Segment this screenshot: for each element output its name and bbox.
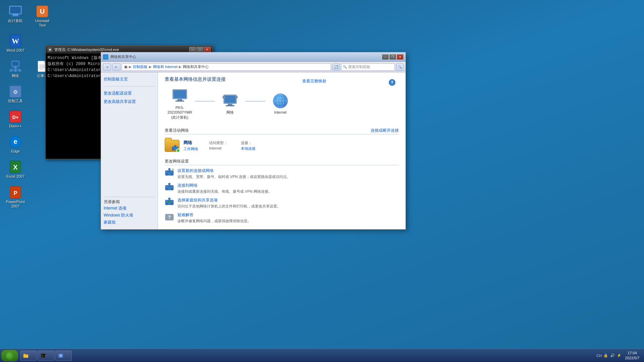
svg-rect-41: [235, 96, 237, 98]
desktop-icon-tools[interactable]: ⚙ 控制工具: [3, 83, 28, 105]
search-icon: 🔍: [343, 65, 347, 69]
desktop-icon-network[interactable]: 网络: [3, 58, 28, 79]
taskbar-settings-icon: ⚙: [58, 353, 63, 358]
computer-label: 此计算机: [8, 19, 23, 23]
taskbar-item-settings[interactable]: ⚙: [55, 351, 72, 361]
active-network-type[interactable]: 工作网络: [183, 146, 198, 152]
troubleshoot-icon: ?: [165, 212, 174, 221]
svg-text:+: +: [172, 168, 174, 171]
start-orb: [6, 352, 14, 360]
taskbar-item-explorer[interactable]: [20, 351, 37, 361]
desktop-icon-computer[interactable]: 此计算机: [3, 3, 28, 29]
action-desc-2: 访问位于其他网络计算机上的文件和打印机，或更改共享设置。: [177, 204, 281, 209]
desktop-icon-excel2007[interactable]: X Excel 2007: [3, 159, 28, 180]
action-desc-1: 连接到或重新连接到无线、有线、拨号或 VPN 网络连接。: [177, 189, 272, 194]
connection-value[interactable]: 本地连接: [241, 146, 256, 151]
change-network-title: 更改网络设置: [165, 159, 189, 164]
network-minimize-btn[interactable]: ─: [382, 54, 389, 60]
desktop-icon-uninstall[interactable]: U Uninstall Tool: [30, 3, 54, 29]
forward-btn[interactable]: ▶: [112, 63, 120, 71]
action-link-3[interactable]: 疑难解答: [177, 212, 251, 218]
search-submit-btn[interactable]: 🔍: [396, 63, 404, 71]
help-btn[interactable]: ?: [389, 79, 395, 86]
uninstall-label: Uninstall Tool: [32, 19, 53, 27]
action-desc-3: 诊断并修复网络问题，或获得故障排除信息。: [177, 219, 251, 224]
network-close-btn[interactable]: ✕: [397, 54, 404, 60]
active-network-folder-icon: [165, 140, 179, 152]
diagram-internet-icon: [272, 93, 289, 109]
search-box: 🔍 搜索控制面板: [341, 63, 395, 71]
tray-volume-icon[interactable]: 🔊: [610, 353, 615, 358]
svg-point-72: [168, 201, 170, 203]
network-titlebar-icon: 🌐: [103, 54, 108, 60]
excel2007-icon: X: [9, 160, 22, 174]
dismgr-icon: D+: [9, 110, 22, 123]
ppt2007-icon: P: [9, 186, 22, 199]
svg-text:⚙: ⚙: [59, 354, 62, 357]
network-main-inner: ? 查看基本网络信息并设置连接: [165, 76, 399, 224]
svg-rect-76: [23, 354, 25, 355]
taskbar-item-cmd[interactable]: C:\: [38, 351, 54, 361]
desktop-icon-dismgr[interactable]: D+ Dism++: [3, 109, 28, 130]
breadcrumb-current: 网络和共享中心: [183, 64, 209, 69]
svg-text:⚙: ⚙: [13, 89, 18, 95]
svg-text:?: ?: [168, 215, 171, 220]
desktop-icon-ppt2007[interactable]: P PowerPoint 2007: [3, 184, 28, 210]
taskbar-items: C:\ ⚙: [20, 351, 594, 361]
tray-power-icon[interactable]: ⚡: [616, 353, 622, 358]
sidebar-adapter-settings[interactable]: 更改适配器设置: [104, 90, 155, 97]
svg-rect-33: [173, 90, 186, 98]
svg-rect-1: [10, 7, 21, 13]
svg-rect-2: [13, 14, 18, 15]
network-sidebar: 控制面板主页 更改适配器设置 更改高级共享设置 另请参阅 Internet 选项…: [101, 72, 158, 229]
access-type-value: Internet: [209, 146, 227, 150]
access-type-label: 访问类型：: [209, 140, 227, 145]
sidebar-windows-firewall[interactable]: Windows 防火墙: [104, 212, 155, 219]
tray-network-icon[interactable]: 🔒: [603, 353, 608, 358]
connect-or-disconnect-link[interactable]: 连接或断开连接: [371, 128, 399, 133]
tray-keyboard-icon[interactable]: CH: [596, 353, 602, 358]
action-link-0[interactable]: 设置新的连接或网络: [177, 168, 290, 174]
diagram-computer-label: PKS-20220507YMR (此计算机): [165, 105, 195, 120]
view-full-map-link[interactable]: 查看完整映射: [302, 78, 326, 84]
svg-rect-9: [12, 62, 18, 66]
breadcrumb-control-panel[interactable]: 控制面板: [133, 64, 148, 69]
desktop-icon-edge[interactable]: e Edge: [3, 134, 28, 155]
sidebar-control-panel-home[interactable]: 控制面板主页: [104, 76, 155, 83]
connect-network-icon: [165, 183, 174, 191]
breadcrumb-network-internet[interactable]: 网络和 Internet: [153, 64, 177, 69]
action-link-2[interactable]: 选择家庭组和共享选项: [177, 197, 281, 203]
svg-text:X: X: [13, 164, 18, 171]
refresh-btn[interactable]: 🔄: [332, 63, 340, 71]
clock[interactable]: 17:04 2022/5/7: [624, 351, 641, 360]
edge-label: Edge: [11, 149, 20, 154]
network-diagram-area: PKS-20220507YMR (此计算机): [165, 88, 399, 126]
svg-point-61: [168, 183, 170, 185]
svg-rect-34: [177, 99, 182, 101]
svg-rect-10: [14, 66, 16, 68]
active-network-item: 网络 工作网络 访问类型： Internet 连接： 本地连接: [165, 137, 399, 155]
tools-label: 控制工具: [8, 99, 23, 103]
sidebar-advanced-sharing[interactable]: 更改高级共享设置: [104, 98, 155, 105]
start-button[interactable]: [1, 350, 18, 361]
cmd-close-btn[interactable]: ✕: [204, 47, 211, 52]
desktop: 此计算机 U Uninstall Tool W Word 2: [0, 0, 644, 362]
cmd-minimize-btn[interactable]: ─: [189, 47, 196, 52]
network-restore-btn[interactable]: ❐: [389, 54, 396, 60]
back-btn[interactable]: ◀: [103, 63, 111, 71]
breadcrumb: ▣ ▶ 控制面板 ▶ 网络和 Internet ▶ 网络和共享中心: [122, 63, 331, 71]
sidebar-internet-options[interactable]: Internet 选项: [104, 205, 155, 212]
cmd-titlebar-title: 管理员: C:\Windows\system32\cmd.exe: [54, 47, 187, 52]
connection-label: 连接：: [241, 140, 256, 145]
tray-icons: CH 🔒 🔊 ⚡: [596, 353, 622, 358]
cmd-window-controls: ─ □ ✕: [189, 47, 211, 52]
desktop-icon-word2007[interactable]: W Word 2007: [3, 33, 28, 54]
sidebar-homegroup[interactable]: 家庭组: [104, 219, 155, 226]
svg-point-54: [168, 168, 170, 170]
svg-rect-37: [224, 96, 236, 103]
cmd-maximize-btn[interactable]: □: [197, 47, 203, 52]
action-link-1[interactable]: 连接到网络: [177, 183, 272, 188]
uninstall-icon: U: [36, 5, 49, 18]
svg-rect-35: [175, 101, 184, 102]
active-networks-title: 查看活动网络: [165, 128, 189, 133]
